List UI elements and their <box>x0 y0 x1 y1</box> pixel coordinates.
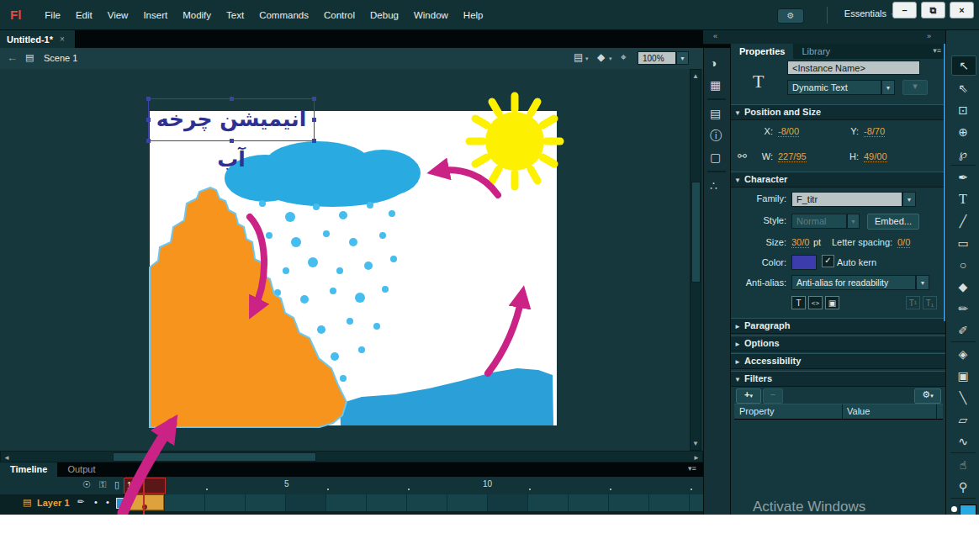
paint-bucket-tool[interactable]: ▣ <box>951 367 975 385</box>
text-selection-box[interactable]: انیمیشن چرخه آب <box>148 98 315 141</box>
section-character[interactable]: ▼Character <box>731 172 946 188</box>
layer-name[interactable]: Layer 1 <box>37 498 70 508</box>
zoom-tool[interactable]: ⚲ <box>951 478 975 496</box>
hand-tool[interactable]: ☝ <box>951 456 975 474</box>
polystar-tool[interactable]: ◆ <box>951 277 975 296</box>
tab-timeline[interactable]: Timeline <box>0 462 57 477</box>
frame-cell-shaded[interactable] <box>487 494 527 511</box>
filter-options-button[interactable]: ⚙▾ <box>914 388 941 404</box>
font-style-dropdown-icon[interactable]: ▼ <box>847 214 860 229</box>
text-type-dropdown[interactable]: Dynamic Text <box>787 80 881 95</box>
h-value[interactable]: 49/00 <box>864 151 887 162</box>
section-paragraph[interactable]: ►Paragraph <box>731 318 946 334</box>
selection-handle[interactable] <box>312 97 316 101</box>
motion-presets-panel-icon[interactable]: ∴ <box>710 179 717 193</box>
timeline-panel-menu-icon[interactable]: ▾≡ <box>688 464 696 473</box>
document-tab[interactable]: Untitled-1* × <box>0 30 76 48</box>
stage-title-text[interactable]: انیمیشن چرخه آب <box>149 99 314 140</box>
stage-vertical-scrollbar[interactable]: ▲ ▼ <box>690 69 701 451</box>
stroke-color-swatch[interactable] <box>951 506 957 512</box>
transform-panel-icon[interactable]: ▢ <box>710 151 721 164</box>
menu-view[interactable]: View <box>108 10 129 20</box>
font-style-dropdown[interactable]: Normal <box>791 214 847 229</box>
selection-handle[interactable] <box>312 139 316 143</box>
back-arrow-icon[interactable]: ← <box>7 51 18 64</box>
menu-file[interactable]: File <box>45 10 61 20</box>
render-html-icon[interactable]: <> <box>808 296 823 309</box>
center-frame-icon[interactable]: ⌖ <box>621 51 627 63</box>
subscript-icon[interactable]: T₁ <box>923 296 937 309</box>
section-options[interactable]: ►Options <box>731 335 946 351</box>
text-tool[interactable]: T <box>951 190 975 209</box>
text-type-dropdown-icon[interactable]: ▼ <box>881 80 895 95</box>
workspace-switcher-icon[interactable]: ⚙ <box>777 8 804 24</box>
stage-zoom-input[interactable]: 100% <box>638 51 676 65</box>
scene-name[interactable]: Scene 1 <box>44 53 77 63</box>
eraser-tool[interactable]: ▱ <box>951 410 975 429</box>
color-panel-icon[interactable]: ◑ <box>710 56 717 70</box>
selection-handle[interactable] <box>146 139 151 143</box>
frame-cell-shaded[interactable] <box>285 494 325 511</box>
font-family-dropdown[interactable]: F_titr <box>791 192 902 207</box>
menu-debug[interactable]: Debug <box>370 10 399 20</box>
selection-tool[interactable]: ↖ <box>951 55 976 76</box>
letter-spacing-value[interactable]: 0/0 <box>897 237 910 248</box>
workspace-dropdown[interactable]: Essentials▾ <box>844 8 895 18</box>
menu-window[interactable]: Window <box>414 10 448 20</box>
show-border-icon[interactable]: ▣ <box>825 296 839 309</box>
size-value[interactable]: 30/0 <box>791 237 809 248</box>
tab-output[interactable]: Output <box>57 462 105 477</box>
stage-viewport[interactable]: انیمیشن چرخه آب <box>0 69 703 451</box>
eyedropper-tool[interactable]: ╲ <box>951 388 975 407</box>
selection-handle[interactable] <box>230 139 234 143</box>
align-panel-icon[interactable]: ▤ <box>710 107 721 120</box>
scroll-right-icon[interactable]: ► <box>693 454 700 462</box>
show-hide-eye-icon[interactable]: ☉ <box>82 479 91 490</box>
menu-text[interactable]: Text <box>226 10 244 20</box>
minimize-button[interactable]: – <box>892 2 917 18</box>
edit-scene-caret-icon[interactable]: ▾ <box>585 55 589 62</box>
expand-dock-icon[interactable]: » <box>927 32 931 40</box>
tab-library[interactable]: Library <box>793 44 839 59</box>
instance-name-input[interactable]: <Instance Name> <box>787 61 920 75</box>
tab-properties[interactable]: Properties <box>731 44 793 59</box>
section-position-size[interactable]: ▼Position and Size <box>731 104 946 120</box>
collapse-dock-icon[interactable]: « <box>713 32 717 40</box>
pen-tool[interactable]: ✒ <box>951 168 975 187</box>
edit-symbols-icon[interactable]: ◆ <box>597 51 605 63</box>
3d-rotation-tool[interactable]: ⊕ <box>951 123 975 141</box>
menu-commands[interactable]: Commands <box>259 10 309 20</box>
scroll-down-icon[interactable]: ▼ <box>691 440 701 447</box>
anti-alias-dropdown-icon[interactable]: ▼ <box>916 275 929 290</box>
selection-handle[interactable] <box>146 97 151 101</box>
ink-bottle-tool[interactable]: ◈ <box>951 345 975 363</box>
selection-handle[interactable] <box>312 118 316 122</box>
edit-symbols-caret-icon[interactable]: ▾ <box>609 55 612 62</box>
menu-modify[interactable]: Modify <box>183 10 211 20</box>
section-accessibility[interactable]: ►Accessibility <box>731 353 946 369</box>
oval-tool[interactable]: ○ <box>951 256 975 274</box>
restore-button[interactable]: ⧉ <box>921 2 945 18</box>
pencil-tool[interactable]: ✏ <box>951 299 975 318</box>
w-value[interactable]: 227/95 <box>778 151 807 162</box>
section-filters[interactable]: ▼Filters <box>731 371 946 387</box>
x-value[interactable]: -8/00 <box>778 126 799 137</box>
info-panel-icon[interactable]: ⓘ <box>710 129 722 144</box>
deco-tool[interactable]: ∿ <box>951 432 975 451</box>
dock-divider[interactable] <box>944 44 945 321</box>
lasso-tool[interactable]: ℘ <box>951 145 975 163</box>
fill-color-swatch[interactable] <box>960 505 976 515</box>
text-color-swatch[interactable] <box>791 255 817 270</box>
add-filter-button[interactable]: +▾ <box>736 388 761 404</box>
layer-edit-pencil-icon[interactable]: ✏ <box>77 497 84 506</box>
edit-scene-icon[interactable]: ▤ <box>574 51 583 63</box>
menu-edit[interactable]: Edit <box>76 10 93 20</box>
link-width-height-icon[interactable]: ⚯ <box>738 150 747 162</box>
menu-control[interactable]: Control <box>324 10 355 20</box>
line-tool[interactable]: ╱ <box>951 212 975 230</box>
scroll-up-icon[interactable]: ▲ <box>691 72 701 80</box>
swatches-panel-icon[interactable]: ▦ <box>710 78 721 92</box>
subselection-tool[interactable]: ⇖ <box>951 79 975 98</box>
rectangle-tool[interactable]: ▭ <box>951 234 975 252</box>
y-value[interactable]: -8/70 <box>864 126 885 137</box>
